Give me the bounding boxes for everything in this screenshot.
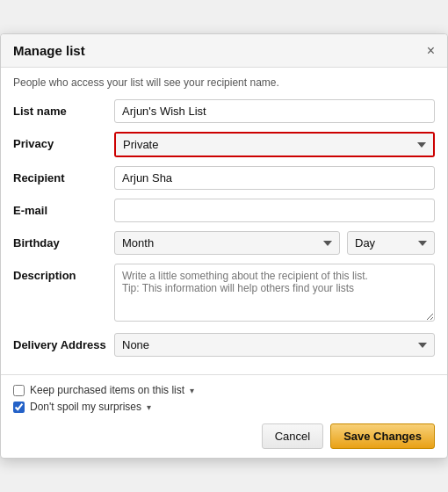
email-input[interactable]: [114, 199, 435, 222]
dont-spoil-label: Don't spoil my surprises: [30, 401, 141, 413]
close-button[interactable]: ×: [427, 44, 435, 58]
keep-purchased-row: Keep purchased items on this list ▾: [13, 384, 435, 396]
checkboxes-section: Keep purchased items on this list ▾ Don'…: [13, 384, 435, 413]
keep-caret-icon: ▾: [190, 386, 194, 395]
birthday-selects: Month JanuaryFebruaryMarch AprilMayJune …: [114, 231, 435, 255]
email-label: E-mail: [13, 199, 114, 217]
birthday-field: Month JanuaryFebruaryMarch AprilMayJune …: [114, 231, 435, 255]
birthday-month-select[interactable]: Month JanuaryFebruaryMarch AprilMayJune …: [114, 231, 340, 255]
save-button[interactable]: Save Changes: [330, 423, 435, 449]
privacy-row: Privacy Private Public Shared: [13, 132, 435, 157]
delivery-field: None: [114, 333, 435, 357]
description-row: Description: [13, 264, 435, 324]
spoil-caret-icon: ▾: [147, 402, 151, 412]
birthday-row: Birthday Month JanuaryFebruaryMarch Apri…: [13, 231, 435, 255]
manage-list-modal: Manage list × People who access your lis…: [0, 33, 448, 459]
description-label: Description: [13, 264, 114, 282]
birthday-label: Birthday: [13, 231, 114, 250]
recipient-input[interactable]: [114, 166, 435, 190]
list-name-label: List name: [13, 99, 114, 118]
keep-purchased-checkbox[interactable]: [13, 385, 25, 396]
privacy-select[interactable]: Private Public Shared: [116, 134, 433, 156]
birthday-month-wrapper: Month JanuaryFebruaryMarch AprilMayJune …: [114, 231, 340, 255]
description-textarea[interactable]: [114, 264, 435, 322]
list-name-row: List name: [13, 99, 435, 123]
recipient-field: [114, 166, 435, 190]
recipient-label: Recipient: [13, 166, 114, 184]
modal-header: Manage list ×: [1, 34, 447, 68]
birthday-day-wrapper: Day 1234 5678 910: [347, 231, 435, 255]
keep-purchased-label: Keep purchased items on this list: [30, 384, 184, 396]
email-field: [114, 199, 435, 222]
recipient-row: Recipient: [13, 166, 435, 190]
modal-title: Manage list: [13, 43, 85, 58]
modal-body: List name Privacy Private Public Shared …: [1, 94, 447, 374]
email-row: E-mail: [13, 199, 435, 222]
delivery-row: Delivery Address None: [13, 333, 435, 357]
privacy-field: Private Public Shared: [114, 132, 435, 157]
dont-spoil-checkbox[interactable]: [13, 402, 25, 413]
modal-footer: Keep purchased items on this list ▾ Don'…: [1, 374, 447, 458]
privacy-label: Privacy: [13, 132, 114, 150]
footer-buttons: Cancel Save Changes: [13, 420, 435, 449]
cancel-button[interactable]: Cancel: [262, 423, 323, 449]
list-name-field: [114, 99, 435, 123]
delivery-select[interactable]: None: [114, 333, 435, 357]
delivery-label: Delivery Address: [13, 333, 114, 351]
birthday-day-select[interactable]: Day 1234 5678 910: [347, 231, 435, 255]
modal-subtitle: People who access your list will see you…: [1, 68, 447, 94]
list-name-input[interactable]: [114, 99, 435, 123]
dont-spoil-row: Don't spoil my surprises ▾: [13, 401, 435, 413]
privacy-wrapper: Private Public Shared: [114, 132, 435, 157]
description-field: [114, 264, 435, 324]
